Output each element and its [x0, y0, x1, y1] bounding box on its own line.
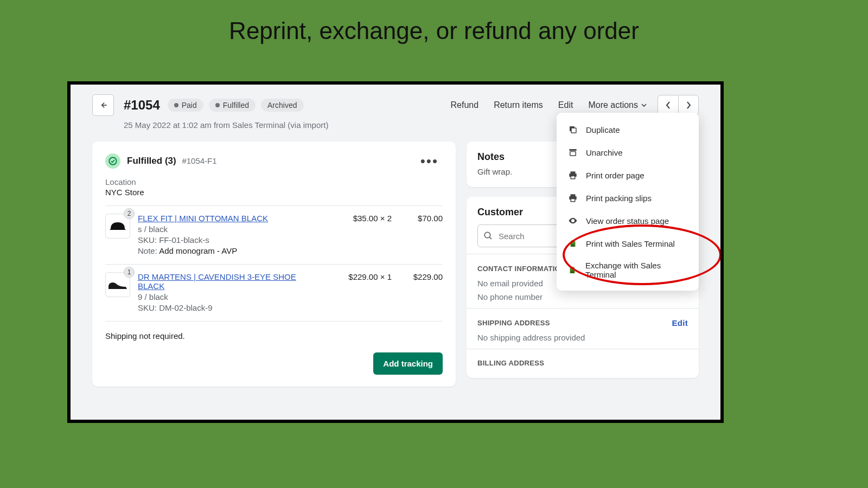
product-variant: 9 / black: [138, 292, 324, 301]
no-phone: No phone number: [477, 292, 688, 301]
eye-icon: [567, 215, 578, 226]
arrow-left-icon: [98, 100, 108, 110]
refund-action[interactable]: Refund: [451, 100, 479, 110]
product-title-link[interactable]: FLEX FIT | MINI OTTOMAN BLACK: [138, 214, 324, 223]
product-title-link[interactable]: DR MARTENS | CAVENDISH 3-EYE SHOE BLACK: [138, 272, 324, 291]
location-value: NYC Store: [105, 188, 443, 197]
svg-rect-9: [571, 194, 576, 196]
caret-down-icon: [641, 102, 647, 108]
sales-terminal-icon: [567, 238, 578, 249]
page-caption: Reprint, exchange, or refund any order: [0, 0, 868, 54]
return-items-action[interactable]: Return items: [494, 100, 543, 110]
fulfillment-id: #1054-F1: [182, 156, 216, 165]
edit-action[interactable]: Edit: [558, 100, 573, 110]
notes-title: Notes: [477, 151, 505, 163]
contact-info-label: CONTACT INFORMATION: [477, 265, 566, 273]
line-item: 1 DR MARTENS | CAVENDISH 3-EYE SHOE BLAC…: [105, 265, 443, 322]
dropdown-print-packing[interactable]: Print packing slips: [557, 187, 699, 209]
print-icon: [567, 192, 578, 203]
svg-rect-8: [571, 176, 575, 179]
dropdown-print-order[interactable]: Print order page: [557, 164, 699, 187]
ellipsis-icon: •••: [420, 153, 438, 169]
sales-terminal-icon: [567, 265, 578, 275]
svg-rect-6: [571, 171, 576, 174]
customer-title: Customer: [477, 207, 523, 218]
dropdown-duplicate[interactable]: Duplicate: [557, 118, 699, 141]
svg-rect-11: [571, 199, 575, 202]
shipping-edit-link[interactable]: Edit: [672, 318, 688, 328]
line-total: $70.00: [399, 214, 443, 255]
no-shipping: No shipping address provided: [477, 333, 688, 342]
location-label: Location: [105, 177, 443, 187]
qty-badge: 1: [124, 267, 135, 278]
fulfilled-more-button[interactable]: •••: [416, 157, 443, 165]
dropdown-print-sales-terminal[interactable]: Print with Sales Terminal: [557, 232, 699, 255]
more-actions-button[interactable]: More actions: [588, 100, 647, 110]
product-sku: SKU: FF-01-black-s: [138, 235, 324, 245]
add-tracking-button[interactable]: Add tracking: [373, 352, 443, 375]
unit-qty-calc: $229.00 × 1: [332, 272, 392, 312]
svg-rect-4: [569, 149, 577, 151]
dropdown-unarchive[interactable]: Unarchive: [557, 141, 699, 164]
fulfilled-card: Fulfilled (3) #1054-F1 ••• Location NYC …: [92, 142, 456, 387]
svg-rect-12: [571, 245, 575, 247]
status-dot-icon: [174, 103, 178, 107]
fulfilled-check-icon: [105, 153, 120, 169]
dropdown-exchange-sales-terminal[interactable]: Exchange with Sales Terminal: [557, 255, 699, 285]
svg-rect-13: [571, 271, 574, 274]
chevron-right-icon: [685, 101, 692, 109]
print-icon: [567, 170, 578, 181]
unarchive-icon: [567, 147, 578, 158]
product-variant: s / black: [138, 224, 324, 234]
product-note: Note: Add monogram - AVP: [138, 246, 324, 255]
svg-rect-3: [571, 128, 576, 133]
qty-badge: 2: [124, 208, 135, 219]
chevron-left-icon: [665, 101, 672, 109]
svg-point-1: [484, 232, 490, 238]
paid-badge: Paid: [168, 99, 203, 112]
fulfilled-title: Fulfilled (3) #1054-F1: [127, 156, 217, 166]
shipping-address-label: SHIPPING ADDRESS: [477, 319, 550, 327]
cap-icon: [108, 219, 127, 233]
order-number-title: #1054: [124, 98, 160, 113]
line-item: 2 FLEX FIT | MINI OTTOMAN BLACK s / blac…: [105, 206, 443, 265]
shoe-icon: [107, 279, 128, 290]
duplicate-icon: [567, 124, 578, 135]
line-total: $229.00: [399, 272, 443, 312]
shipping-note: Shipping not required.: [105, 322, 443, 352]
app-frame: #1054 Paid Fulfilled Archived Refund Ret…: [67, 81, 724, 423]
search-icon: [483, 231, 493, 241]
back-button[interactable]: [92, 94, 114, 116]
status-dot-icon: [215, 103, 220, 107]
svg-rect-5: [570, 152, 576, 156]
fulfilled-badge: Fulfilled: [209, 99, 256, 112]
unit-qty-calc: $35.00 × 2: [332, 214, 392, 255]
dropdown-view-status[interactable]: View order status page: [557, 209, 699, 232]
billing-address-label: BILLING ADDRESS: [477, 359, 544, 367]
product-sku: SKU: DM-02-black-9: [138, 303, 324, 312]
more-actions-dropdown: Duplicate Unarchive Print order page Pri…: [557, 113, 699, 291]
archived-badge: Archived: [261, 99, 303, 112]
